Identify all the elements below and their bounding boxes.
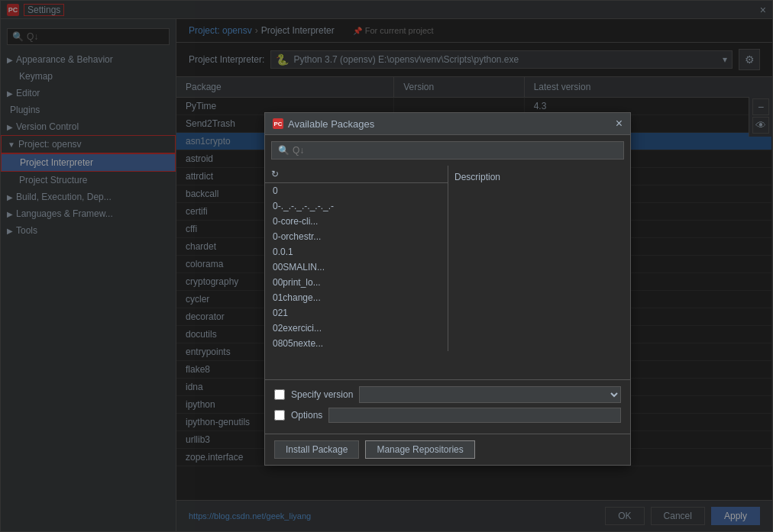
- modal-list-item[interactable]: 0-core-cli...: [265, 214, 448, 229]
- modal-logo: PC: [273, 118, 283, 129]
- modal-title-text: PC Available Packages: [273, 118, 374, 130]
- install-package-button[interactable]: Install Package: [274, 440, 359, 459]
- options-checkbox[interactable]: [274, 410, 285, 421]
- modal-list-item[interactable]: 0: [265, 183, 448, 198]
- refresh-icon[interactable]: ↻: [270, 167, 280, 181]
- modal-list-item[interactable]: 00print_lo...: [265, 275, 448, 290]
- modal-list-item[interactable]: 021: [265, 305, 448, 321]
- modal-close-button[interactable]: ×: [616, 118, 623, 130]
- modal-list-item[interactable]: 0.0.1: [265, 244, 448, 260]
- modal-title-bar: PC Available Packages ×: [265, 113, 630, 135]
- modal-overlay: PC Available Packages × 🔍 ↻ 00-._.-._.-.…: [0, 0, 773, 532]
- modal-description: Description: [448, 166, 630, 379]
- modal-body: ↻ 00-._.-._.-._.-._.-0-core-cli...0-orch…: [265, 166, 630, 379]
- modal-list-item[interactable]: 01change...: [265, 290, 448, 305]
- modal-options: Specify version Options: [265, 379, 630, 434]
- modal-list-item[interactable]: 0-orchestr...: [265, 229, 448, 244]
- options-input[interactable]: [328, 408, 621, 423]
- specify-version-checkbox[interactable]: [274, 389, 285, 400]
- modal-package-list: 00-._.-._.-._.-._.-0-core-cli...0-orches…: [265, 183, 448, 351]
- specify-version-label: Specify version: [291, 389, 353, 400]
- modal-search-container: 🔍: [271, 141, 624, 160]
- modal-footer: Install Package Manage Repositories: [265, 434, 630, 465]
- modal-search-icon: 🔍: [278, 145, 289, 156]
- modal-description-title: Description: [454, 172, 500, 182]
- modal-list-item[interactable]: 02exercici...: [265, 321, 448, 336]
- modal-search-input[interactable]: [293, 145, 617, 156]
- modal-list-item[interactable]: 0805nexte...: [265, 336, 448, 351]
- manage-repositories-button[interactable]: Manage Repositories: [365, 440, 474, 459]
- modal-title-label: Available Packages: [288, 118, 374, 130]
- options-row: Options: [274, 408, 621, 423]
- available-packages-modal: PC Available Packages × 🔍 ↻ 00-._.-._.-.…: [264, 112, 631, 466]
- specify-version-select[interactable]: [359, 386, 621, 403]
- modal-list-container: ↻ 00-._.-._.-._.-._.-0-core-cli...0-orch…: [265, 166, 448, 379]
- modal-list-toolbar: ↻: [265, 166, 448, 183]
- specify-version-row: Specify version: [274, 386, 621, 403]
- options-label: Options: [291, 410, 322, 421]
- modal-list-item[interactable]: 00SMALIN...: [265, 260, 448, 275]
- modal-list-item[interactable]: 0-._.-._.-._.-._.-: [265, 198, 448, 214]
